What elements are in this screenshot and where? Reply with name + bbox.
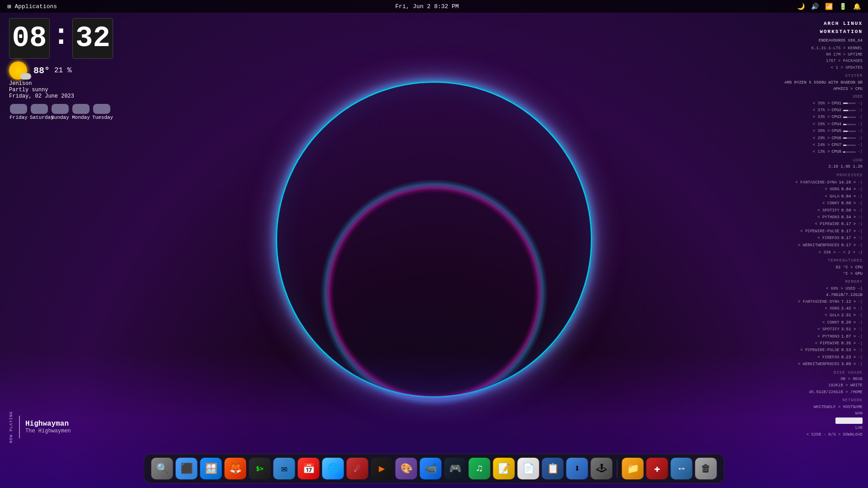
dock-text2[interactable]: 📋 xyxy=(542,458,564,479)
forecast-monday: Monday xyxy=(71,103,90,120)
mem-proc-val: 0.35 > xyxy=(841,340,856,347)
proc-name: < CONKY xyxy=(822,200,840,206)
music-player: NOW PLAYING Highwayman The Highwaymen xyxy=(9,411,71,443)
cpu-name: CPU2 xyxy=(832,107,842,113)
wifi-icon[interactable]: 📶 xyxy=(825,3,833,10)
files-icon: ⬛ xyxy=(180,463,193,475)
proc-indicator: -| xyxy=(858,228,863,235)
cpu-bar xyxy=(843,117,856,118)
conky-memory-label: MEMORY xyxy=(783,279,863,285)
clock-widget: 08 : 32 88° 21 % Jenison Partly sunny Fr… xyxy=(9,18,113,120)
applications-label[interactable]: Applications xyxy=(14,3,57,10)
dock-terminal[interactable]: $> xyxy=(249,458,271,479)
dock-calendar[interactable]: 📅 xyxy=(298,458,320,479)
mem-proc-indicator: -| xyxy=(858,340,863,347)
cpu-bar xyxy=(843,151,856,153)
conky-mem-processes: < FANTASCENE-DYNA 7.12 > -| < XORG 2.42 … xyxy=(783,299,863,368)
dock-endeavour[interactable]: ☄ xyxy=(347,458,368,479)
mem-proc-name: < WEBKITWEBPROCES xyxy=(798,361,840,367)
mem-process-row: < GALA 2.31 > -| xyxy=(783,312,863,319)
finder-icon: 🔍 xyxy=(156,463,168,475)
dock-filemanager[interactable]: 📁 xyxy=(622,458,644,479)
dock-email[interactable]: ✉ xyxy=(274,458,295,479)
games-icon: 🕹 xyxy=(597,463,607,475)
cpu-indicator: -| xyxy=(858,100,863,107)
topbar-icons: 🌙 🔊 📶 🔋 🔔 xyxy=(797,3,861,10)
cpu-name: CPU1 xyxy=(832,100,842,107)
dock-qbittorrent[interactable]: ⬇ xyxy=(566,458,588,479)
browser2-icon: 🌐 xyxy=(327,463,339,475)
proc-val: 0.84 > xyxy=(841,193,856,200)
conky-net-bar xyxy=(783,418,863,424)
dock-finder[interactable]: 🔍 xyxy=(151,458,173,479)
dock-browser2[interactable]: 🌐 xyxy=(322,458,344,479)
location-name: Jenison xyxy=(9,80,113,87)
proc-val: 0.34 > xyxy=(841,214,856,221)
notification-icon[interactable]: 🔔 xyxy=(853,3,861,10)
dock-graphics[interactable]: 🎨 xyxy=(396,458,417,479)
forecast-day-sun: Sunday xyxy=(51,115,69,120)
cpu-bar-row: < 35% > CPU1 -| xyxy=(783,100,863,107)
night-mode-icon[interactable]: 🌙 xyxy=(797,3,805,10)
cpu-bar-row: < 37% > CPU2 -| xyxy=(783,107,863,113)
conky-network-label: NETWORK xyxy=(783,397,863,404)
dock-trash[interactable]: 🗑 xyxy=(695,458,717,479)
dock-notes[interactable]: 📝 xyxy=(493,458,515,479)
dock-zoom[interactable]: 📹 xyxy=(420,458,442,479)
settings-icon: ↔ xyxy=(679,463,684,474)
mem-proc-indicator: -| xyxy=(858,347,863,353)
conky-proc-count: < 339 > - < 2 > -| xyxy=(783,249,863,256)
dock-steam[interactable]: 🎮 xyxy=(444,458,466,479)
weather-humidity: 21 % xyxy=(54,66,71,75)
mem-proc-indicator: -| xyxy=(858,312,863,319)
app-menu-icon[interactable]: ⊞ xyxy=(7,3,11,10)
cpu-pct: < 35% > xyxy=(813,100,830,107)
process-row: < FANTASCENE-DYNA 14.26 > -| xyxy=(783,179,863,186)
cpu-bar xyxy=(843,110,856,111)
now-playing-label: NOW PLAYING xyxy=(9,411,14,443)
proc-val: 0.17 > xyxy=(841,242,856,249)
proc-indicator: -| xyxy=(858,186,863,192)
dock-games[interactable]: 🕹 xyxy=(591,458,613,479)
weather-temp: 88° xyxy=(33,66,50,76)
cpu-name: CPU8 xyxy=(832,149,842,155)
volume-icon[interactable]: 🔊 xyxy=(811,3,819,10)
forecast-day-tue: Tuesday xyxy=(92,115,113,120)
dock-spotify[interactable]: ♫ xyxy=(469,458,491,479)
forecast-day-sat: Saturday xyxy=(30,115,54,120)
cross-icon: ✚ xyxy=(654,463,660,475)
dock-firefox[interactable]: 🦊 xyxy=(225,458,246,479)
cpu-pct: < 13% > xyxy=(813,149,830,155)
topbar-datetime: Fri, Jun 2 8:32 PM xyxy=(57,3,797,10)
weather-condition: Partly sunny xyxy=(9,87,113,93)
conky-processes: PROCESSES < FANTASCENE-DYNA 14.26 > -| <… xyxy=(783,172,863,249)
steam-icon: 🎮 xyxy=(449,463,461,475)
network-bar-fill xyxy=(835,418,863,424)
cpu-bar-fill xyxy=(843,131,848,132)
taskbar: 🔍 ⬛ 🪟 🦊 $> ✉ 📅 🌐 ☄ ▶ 🎨 📹 🎮 ♫ 📝 📄 xyxy=(144,454,725,483)
dock-doc[interactable]: 📄 xyxy=(518,458,539,479)
dock-cross[interactable]: ✚ xyxy=(646,458,668,479)
process-row: < CONKY 0.50 > -| xyxy=(783,200,863,206)
conky-net-speed: < 525B - K/S > DOWNLOAD xyxy=(783,432,863,438)
dock-files[interactable]: ⬛ xyxy=(176,458,198,479)
dock-settings[interactable]: ↔ xyxy=(671,458,693,479)
processes-label: PROCESSES xyxy=(783,172,863,178)
dock-media[interactable]: ▶ xyxy=(371,458,393,479)
process-row: < FIREFOX 0.17 > -| xyxy=(783,235,863,241)
cpu-name: CPU5 xyxy=(832,128,842,134)
cpu-indicator: -| xyxy=(858,149,863,155)
conky-updates: < 1 > UPDATES xyxy=(783,65,863,71)
proc-val: 0.50 > xyxy=(841,207,856,214)
battery-icon[interactable]: 🔋 xyxy=(839,3,847,10)
conky-disk-write: 192KiB > WRITE xyxy=(783,382,863,389)
media-icon: ▶ xyxy=(379,463,385,475)
cpu-pct: < 37% > xyxy=(813,107,830,113)
dock-store[interactable]: 🪟 xyxy=(200,458,222,479)
cpu-bar xyxy=(843,131,856,132)
forecast-cloud-mon xyxy=(72,104,90,114)
mem-proc-indicator: -| xyxy=(858,299,863,305)
mem-proc-val: 2.42 > xyxy=(841,305,856,312)
mem-proc-indicator: -| xyxy=(858,319,863,326)
neon-ring xyxy=(276,81,592,398)
